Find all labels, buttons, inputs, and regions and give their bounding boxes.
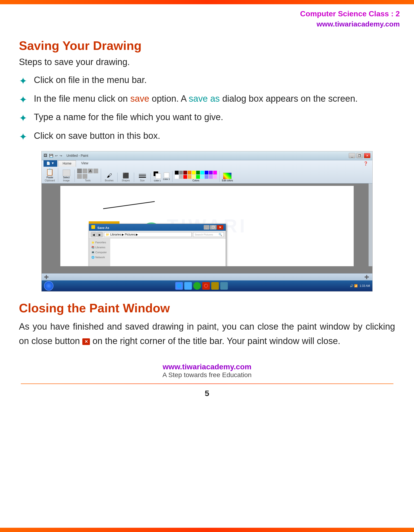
edit-colors-label: Edit colors [222, 179, 233, 182]
size-line-1 [139, 174, 146, 174]
paint-titlebar-controls: _ ❐ ✕ [349, 153, 370, 158]
paint-titlebar: 🖼 💾 ↩ ↪ Untitled - Paint _ ❐ ✕ [42, 151, 372, 160]
taskbar-icon-5[interactable] [211, 282, 219, 290]
swatch-darkred[interactable] [183, 171, 187, 174]
zoom-icon [83, 174, 87, 179]
bullet-text-2: In the file menu click on save option. A… [34, 93, 358, 105]
paint-help-btn[interactable]: ❓ [361, 160, 370, 167]
swatch-purple[interactable] [209, 171, 213, 174]
swatch-lmagenta[interactable] [213, 175, 217, 179]
select-label: Select [63, 176, 70, 179]
swatch-gray[interactable] [179, 171, 183, 174]
computer-item[interactable]: 💻 Computer [90, 250, 109, 255]
bullet-cross-1: ✦ [19, 74, 27, 88]
color-selector-group: Color 1 Color 2 [153, 171, 173, 182]
picker-icon [77, 174, 82, 179]
paint-quick-save: 💾 [49, 154, 53, 157]
bullet-text-1: Click on file in the menu bar. [34, 74, 147, 86]
swatch-lyellow[interactable] [192, 175, 196, 179]
swatch-lpurple[interactable] [209, 175, 213, 179]
dialog-close[interactable]: ✕ [217, 225, 223, 230]
color-swatches-row2 [175, 175, 217, 179]
close-button[interactable]: ✕ [364, 153, 370, 158]
list-item: ✦ Click on save button in this box. [19, 130, 395, 144]
size-group: Size [136, 173, 151, 182]
bullet-cross-4: ✦ [19, 130, 27, 144]
shapes-label: Shapes [122, 179, 130, 182]
color-swatches-row1 [175, 171, 217, 174]
edit-colors-group: Edit colors [222, 173, 233, 182]
footer-divider [21, 383, 394, 384]
fill-icon [83, 169, 87, 173]
swatch-lgray[interactable] [179, 175, 183, 179]
shapes-group: ⬛ Shapes [120, 173, 134, 182]
swatch-green[interactable] [196, 171, 200, 174]
paint-tabs: 📄 ▼ Home View ❓ [42, 160, 372, 167]
highlight-save: save [130, 94, 149, 104]
tools-label: Tools [85, 179, 90, 182]
swatch-lcyan[interactable] [200, 175, 204, 179]
swatch-blue[interactable] [205, 171, 208, 174]
dialog-back-btn[interactable]: ◀ [91, 232, 96, 237]
taskbar-icon-4[interactable]: ⭕ [202, 282, 210, 290]
bottom-bar [0, 528, 414, 532]
tools-group: A Tools [77, 169, 101, 182]
taskbar-start-button[interactable] [44, 281, 53, 291]
swatch-magenta[interactable] [213, 171, 217, 174]
paint-home-tab[interactable]: Home [58, 160, 76, 167]
dialog-titlebar: Save As _ ❐ ✕ [89, 224, 226, 231]
restore-button[interactable]: ❐ [356, 153, 363, 158]
footer-tagline: A Step towards free Education [0, 371, 414, 379]
paint-titlebar-left: 🖼 💾 ↩ ↪ Untitled - Paint [44, 153, 88, 158]
saving-subtitle: Steps to save your drawing. [19, 57, 395, 67]
swatch-red[interactable] [183, 175, 187, 179]
dialog-sidebar: ⭐ Favorites 📚 Libraries 💻 Computer 🌐 Net… [89, 238, 110, 266]
dialog-titlebar-left: Save As [91, 225, 109, 230]
dialog-breadcrumb: 📁 Libraries ▶ Pictures ▶ [104, 232, 192, 237]
taskbar-pinned-items: 🌐 ⭕ [175, 282, 228, 290]
dialog-restore[interactable]: ❐ [210, 225, 216, 230]
main-content: Saving Your Drawing Steps to save your d… [0, 31, 414, 355]
vertical-scrollbar[interactable] [369, 183, 372, 266]
zoom-plus[interactable]: ➕ [364, 275, 369, 279]
dialog-search-box: Search Pictures 🔍 [193, 232, 224, 237]
swatch-lblue[interactable] [205, 175, 208, 179]
paint-view-tab[interactable]: View [77, 160, 93, 167]
taskbar-icon-6[interactable] [220, 282, 228, 290]
search-icon[interactable]: 🔍 [219, 233, 222, 236]
highlight-saveas: save as [189, 94, 220, 104]
paint-file-tab[interactable]: 📄 ▼ [44, 160, 57, 167]
taskbar-icon-3[interactable] [193, 282, 201, 290]
bullet-cross-2: ✦ [19, 93, 27, 107]
swatch-black[interactable] [175, 171, 179, 174]
paste-icon: 📋 [46, 168, 54, 176]
swatch-yellow[interactable] [192, 171, 196, 174]
paint-menu-icon: 🖼 [44, 153, 47, 158]
favorites-item[interactable]: ⭐ Favorites [90, 240, 109, 245]
network-item[interactable]: 🌐 Network [90, 255, 109, 260]
taskbar-folder-icon[interactable] [184, 282, 192, 290]
bullet-cross-3: ✦ [19, 111, 27, 125]
swatch-orange[interactable] [188, 171, 191, 174]
dialog-minimize[interactable]: _ [204, 225, 209, 230]
brushes-group: 🖌 Brushes [103, 173, 118, 182]
swatch-lgreen[interactable] [196, 175, 200, 179]
clipboard-group: 📋 Paste Clipboard [44, 168, 58, 182]
swatch-cyan[interactable] [200, 171, 204, 174]
color2-box [155, 173, 161, 179]
paint-ribbon: 📄 ▼ Home View ❓ 📋 Paste Clipboard [42, 160, 372, 183]
color2-small-box [164, 172, 169, 178]
dialog-nav-btns: ◀ ▶ [91, 232, 103, 237]
breadcrumb-icon: 📁 [106, 233, 109, 236]
color1-label: Color 1 [154, 180, 161, 182]
bullet-list: ✦ Click on file in the menu bar. ✦ In th… [19, 74, 395, 144]
search-placeholder: Search Pictures [195, 233, 213, 236]
swatch-lorange[interactable] [188, 175, 191, 179]
taskbar-ie-icon[interactable]: 🌐 [175, 282, 183, 290]
minimize-button[interactable]: _ [349, 153, 355, 158]
libraries-item[interactable]: 📚 Libraries [90, 245, 109, 250]
paint-screenshot: 🖼 💾 ↩ ↪ Untitled - Paint _ ❐ ✕ 📄 ▼ Home … [41, 151, 373, 292]
bullet-text-4: Click on save button in this box. [34, 130, 160, 142]
dialog-forward-btn[interactable]: ▶ [97, 232, 103, 237]
swatch-white[interactable] [175, 175, 179, 179]
